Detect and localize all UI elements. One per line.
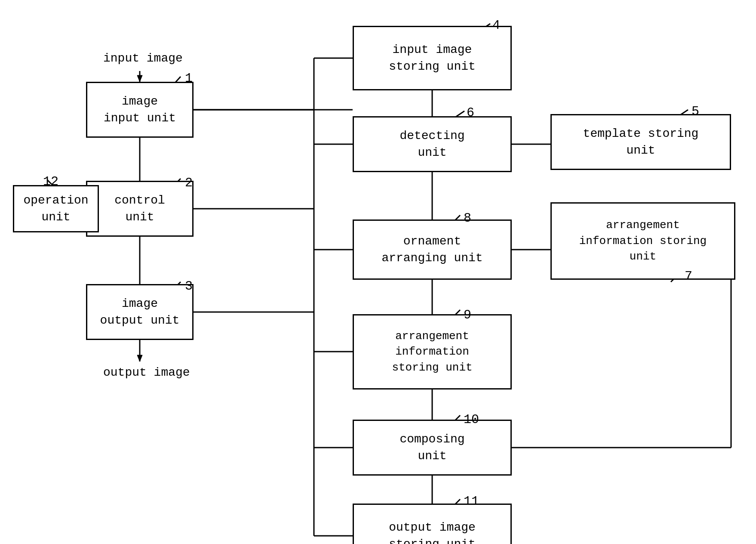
number-4: 4 [492,18,500,33]
number-5: 5 [691,104,699,119]
input-image-storing-unit: input image storing unit [353,26,512,90]
detecting-unit: detecting unit [353,116,512,172]
number-10: 10 [464,412,479,427]
output-image-storing-unit: output image storing unit [353,504,512,544]
number-6: 6 [467,105,474,120]
number-2: 2 [185,176,193,190]
number-11: 11 [464,494,479,509]
arrangement-info-storing-left: arrangement information storing unit [353,314,512,389]
ornament-arranging-unit: ornament arranging unit [353,219,512,280]
arrangement-info-storing-right: arrangement information storing unit [550,202,735,280]
number-3: 3 [185,279,193,294]
svg-marker-5 [137,355,142,362]
number-7: 7 [685,269,692,284]
operation-unit: operation unit [13,185,99,232]
number-8: 8 [464,211,471,226]
input-image-label: input image [103,52,183,65]
number-9: 9 [464,308,471,322]
image-output-unit: image output unit [86,284,194,340]
diagram: image input unit control unit image outp… [0,0,756,544]
number-1: 1 [185,71,193,86]
image-input-unit: image input unit [86,82,194,138]
output-image-label: output image [103,366,190,379]
template-storing-unit: template storing unit [550,114,731,170]
number-12: 12 [43,174,58,189]
control-unit: control unit [86,181,194,237]
svg-marker-1 [137,75,142,82]
composing-unit: composing unit [353,420,512,476]
